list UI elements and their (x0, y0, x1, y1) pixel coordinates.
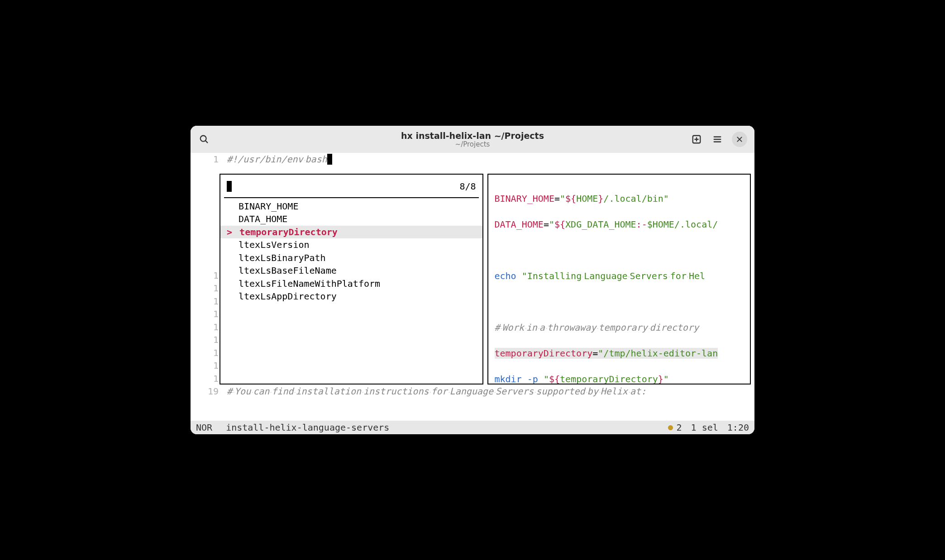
gutter: 1 1 1 1 1 1 1 1 1 1 19 (191, 153, 223, 421)
picker-item[interactable]: ltexLsAppDirectory (220, 290, 482, 303)
picker-input-cursor[interactable] (227, 181, 232, 192)
picker-list[interactable]: BINARY_HOMEDATA_HOME> temporaryDirectory… (220, 200, 482, 303)
picker-count: 8/8 (459, 180, 476, 193)
close-icon[interactable] (732, 132, 747, 147)
picker-item[interactable]: BINARY_HOME (220, 200, 482, 213)
selection-count: 1 sel (691, 422, 718, 433)
new-tab-icon[interactable] (690, 133, 703, 146)
picker-item[interactable]: ltexLsBaseFileName (220, 264, 482, 277)
terminal-window: hx install-helix-lan ~/Projects ~/Projec… (191, 126, 754, 434)
editor-area[interactable]: 1 1 1 1 1 1 1 1 1 1 19 #!/usr/bin/env⸱ba… (191, 153, 754, 421)
picker-item[interactable]: > temporaryDirectory (220, 226, 482, 239)
picker-preview: BINARY_HOME="${HOME}/.local/bin" DATA_HO… (487, 174, 751, 384)
statusline: NOR install-helix-language-servers 2 1 s… (191, 421, 754, 434)
diagnostics-warning: 2 (668, 422, 682, 433)
window-subtitle: ~/Projects (455, 140, 490, 148)
preview-line: temporaryDirectory="/tmp/helix-editor-la… (495, 347, 744, 360)
editor-mode: NOR (196, 422, 212, 433)
picker-item[interactable]: ltexLsFileNameWithPlatform (220, 277, 482, 290)
code-line-19: #⸱You⸱can⸱find⸱installation⸱instructions… (227, 385, 751, 398)
picker-divider (224, 197, 479, 198)
svg-line-1 (205, 141, 208, 143)
text-cursor (327, 154, 332, 165)
preview-line: echo "Installing⸱Language⸱Servers⸱for⸱He… (495, 270, 744, 283)
titlebar: hx install-helix-lan ~/Projects ~/Projec… (191, 126, 754, 153)
warning-dot-icon (668, 425, 673, 430)
symbol-picker[interactable]: 8/8 BINARY_HOMEDATA_HOME> temporaryDirec… (220, 174, 483, 384)
cursor-position: 1:20 (727, 422, 749, 433)
menu-icon[interactable] (711, 133, 724, 146)
search-icon[interactable] (198, 133, 210, 146)
code-line-1: #!/usr/bin/env⸱bash (227, 153, 751, 166)
window-title: hx install-helix-lan ~/Projects (401, 131, 544, 141)
picker-item[interactable]: ltexLsVersion (220, 238, 482, 252)
picker-item[interactable]: ltexLsBinaryPath (220, 252, 482, 265)
preview-line: BINARY_HOME="${HOME}/.local/bin" (495, 192, 744, 205)
preview-line: #⸱Work⸱in⸱a⸱throwaway⸱temporary⸱director… (495, 321, 744, 334)
status-filename: install-helix-language-servers (226, 422, 389, 433)
preview-line: DATA_HOME="${XDG_DATA_HOME:-$HOME/.local… (495, 218, 744, 231)
preview-line: mkdir -p "${temporaryDirectory}" (495, 373, 744, 385)
picker-item[interactable]: DATA_HOME (220, 213, 482, 226)
